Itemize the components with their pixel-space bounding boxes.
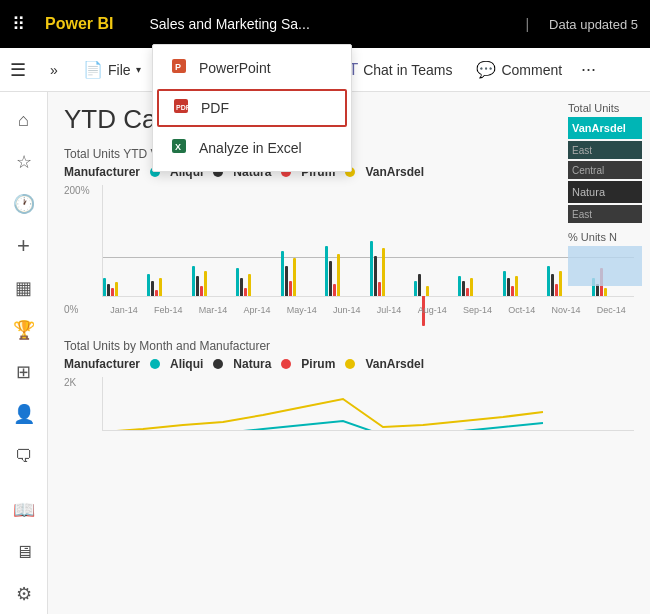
- trophy-icon: 🏆: [13, 319, 35, 341]
- bar-jun-aliqui: [325, 246, 328, 296]
- sidebar-item-messages[interactable]: 🗨: [4, 436, 44, 476]
- x-jun: Jun-14: [333, 305, 361, 315]
- x-mar: Mar-14: [199, 305, 228, 315]
- apps-icon: ▦: [15, 277, 32, 299]
- x-dec: Dec-14: [597, 305, 626, 315]
- vanarsdel-bar: VanArsdel: [568, 117, 642, 139]
- analyze-excel-label: Analyze in Excel: [199, 140, 302, 156]
- file-chevron-icon: ▾: [136, 64, 141, 75]
- legend2-dot-aliqui: [150, 359, 160, 369]
- legend2-dot-pirum: [281, 359, 291, 369]
- star-icon: ☆: [16, 151, 32, 173]
- hamburger-icon: ☰: [10, 59, 26, 81]
- bar-jan-natura: [107, 284, 110, 296]
- natura-bar: Natura: [568, 181, 642, 203]
- sidebar-item-favorites[interactable]: ☆: [4, 142, 44, 182]
- x-oct: Oct-14: [508, 305, 535, 315]
- vanarsdel-bar-label: VanArsdel: [572, 122, 626, 134]
- bar-sep-aliqui: [458, 276, 461, 296]
- central-bar-label: Central: [572, 165, 604, 176]
- bar-chart-area: [102, 185, 634, 297]
- bar-aug-aliqui: [414, 281, 417, 296]
- bar-may-pirum: [289, 281, 292, 296]
- line-chart-svg: [103, 377, 634, 430]
- bar-may-aliqui: [281, 251, 284, 296]
- bar-feb-natura: [151, 281, 154, 296]
- bar-nov-pirum: [555, 284, 558, 296]
- pptx-svg: P: [170, 57, 188, 75]
- bar-jul-aliqui: [370, 241, 373, 296]
- bar-group-aug: [414, 266, 456, 296]
- east-bar: East: [568, 141, 642, 159]
- bar-jul-pirum: [378, 282, 381, 296]
- bar-feb-pirum: [155, 290, 158, 296]
- x-nov: Nov-14: [552, 305, 581, 315]
- natura-bar-label: Natura: [572, 186, 605, 198]
- export-dropdown: P PowerPoint PDF PDF X Analyze in Excel: [152, 44, 352, 172]
- bar-oct-aliqui: [503, 271, 506, 296]
- pdf-svg: PDF: [172, 97, 190, 115]
- sidebar-item-recents[interactable]: 🕐: [4, 184, 44, 224]
- chart2-section: Total Units by Month and Manufacturer Ma…: [48, 331, 650, 455]
- y-label-2k: 2K: [64, 377, 96, 388]
- excel-svg: X: [170, 137, 188, 155]
- pdf-label: PDF: [201, 100, 229, 116]
- bar-nov-natura: [551, 274, 554, 296]
- bar-aug-natura: [418, 274, 421, 296]
- bar-jan-vanarsdel: [115, 282, 118, 296]
- x-aug: Aug-14: [418, 305, 447, 315]
- sidebar-item-workspaces[interactable]: 📖: [4, 490, 44, 530]
- line-vanarsdel: [103, 399, 543, 430]
- y-label-200: 200%: [64, 185, 96, 196]
- export-powerpoint-item[interactable]: P PowerPoint: [153, 49, 351, 87]
- export-pdf-item[interactable]: PDF PDF: [157, 89, 347, 127]
- svg-text:P: P: [175, 62, 181, 72]
- bar-group-jul: [370, 241, 412, 296]
- topbar: ⠿ Power BI Sales and Marketing Sa... | D…: [0, 0, 650, 48]
- bar-apr-natura: [240, 278, 243, 296]
- comment-button[interactable]: 💬 Comment: [465, 54, 573, 86]
- line-chart-area: [102, 377, 634, 431]
- x-may: May-14: [287, 305, 317, 315]
- bar-group-oct: [503, 271, 545, 296]
- bar-may-vanarsdel: [293, 258, 296, 296]
- bar-group-sep: [458, 276, 500, 296]
- sidebar-item-create[interactable]: +: [4, 226, 44, 266]
- chat-in-teams-button[interactable]: T Chat in Teams: [337, 54, 463, 86]
- x-feb: Feb-14: [154, 305, 183, 315]
- sidebar-item-apps[interactable]: ▦: [4, 268, 44, 308]
- bar-jun-vanarsdel: [337, 254, 340, 296]
- clock-icon: 🕐: [13, 193, 35, 215]
- sidebar-item-settings[interactable]: ⚙: [4, 574, 44, 614]
- bar-oct-vanarsdel: [515, 276, 518, 296]
- chevron-icon: »: [50, 62, 58, 78]
- pdf-icon: PDF: [171, 97, 191, 119]
- export-excel-item[interactable]: X Analyze in Excel: [153, 129, 351, 167]
- more-options-button[interactable]: ···: [575, 59, 602, 80]
- chart2-title: Total Units by Month and Manufacturer: [64, 339, 634, 353]
- bar-sep-vanarsdel: [470, 278, 473, 296]
- sidebar-item-home[interactable]: ⌂: [4, 100, 44, 140]
- x-jul: Jul-14: [377, 305, 402, 315]
- legend2-dot-natura: [213, 359, 223, 369]
- legend2-pirum: Pirum: [301, 357, 335, 371]
- east2-bar: East: [568, 205, 642, 223]
- bar-jun-natura: [329, 261, 332, 296]
- plus-icon: +: [17, 233, 30, 259]
- chart2-legend: Manufacturer Aliqui Natura Pirum VanArsd…: [64, 357, 634, 371]
- svg-text:X: X: [175, 142, 181, 152]
- legend2-manufacturer-label: Manufacturer: [64, 357, 140, 371]
- file-button[interactable]: 📄 File ▾: [72, 54, 152, 86]
- bar-group-jan: [103, 278, 145, 296]
- sidebar-item-people[interactable]: 👤: [4, 394, 44, 434]
- grid-icon: ⠿: [12, 13, 25, 35]
- book-icon: 📖: [13, 499, 35, 521]
- bar-group-jun: [325, 246, 367, 296]
- hamburger-menu[interactable]: ☰: [0, 48, 36, 92]
- bar-group-mar: [192, 266, 234, 296]
- expand-ribbon-btn[interactable]: »: [38, 48, 70, 92]
- sidebar-item-metrics[interactable]: ⊞: [4, 352, 44, 392]
- bar-aug-vanarsdel: [426, 286, 429, 296]
- sidebar-item-learn[interactable]: 🏆: [4, 310, 44, 350]
- sidebar-item-monitor[interactable]: 🖥: [4, 532, 44, 572]
